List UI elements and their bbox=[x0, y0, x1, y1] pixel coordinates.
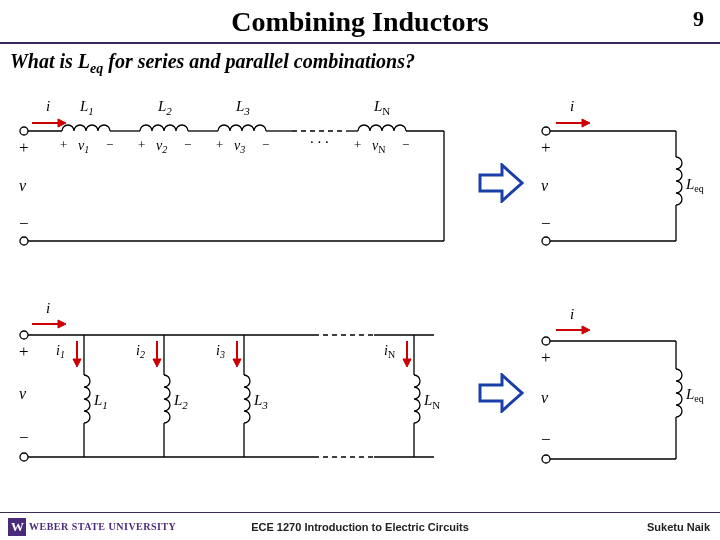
header: Combining Inductors 9 bbox=[0, 0, 720, 44]
svg-text:−: − bbox=[541, 214, 551, 233]
svg-text:−: − bbox=[184, 137, 191, 152]
svg-text:L3: L3 bbox=[253, 392, 268, 411]
series-equivalent: i Leq + v − bbox=[536, 91, 706, 261]
svg-text:−: − bbox=[262, 137, 269, 152]
svg-marker-37 bbox=[582, 119, 590, 127]
svg-text:L1: L1 bbox=[79, 98, 94, 117]
svg-text:LN: LN bbox=[373, 98, 390, 117]
svg-text:vN: vN bbox=[372, 138, 385, 155]
svg-marker-73 bbox=[233, 359, 241, 367]
svg-text:v: v bbox=[19, 385, 27, 402]
svg-point-42 bbox=[542, 237, 550, 245]
svg-marker-86 bbox=[480, 375, 522, 411]
svg-text:i: i bbox=[570, 98, 574, 114]
svg-point-47 bbox=[20, 331, 28, 339]
svg-point-29 bbox=[20, 237, 28, 245]
parallel-equivalent: i Leq + v − bbox=[536, 303, 706, 477]
svg-text:+: + bbox=[216, 137, 223, 152]
svg-text:v: v bbox=[19, 177, 27, 194]
series-circuit: i L1 + v1 − L2 + v2 − L3 + v3 − · · · bbox=[14, 91, 464, 261]
svg-text:+: + bbox=[60, 137, 67, 152]
label-i: i bbox=[46, 98, 50, 114]
svg-text:i2: i2 bbox=[136, 343, 145, 360]
course-name: ECE 1270 Introduction to Electric Circui… bbox=[251, 521, 469, 533]
svg-point-54 bbox=[20, 453, 28, 461]
svg-marker-90 bbox=[582, 326, 590, 334]
svg-text:L2: L2 bbox=[173, 392, 188, 411]
page-title: Combining Inductors bbox=[231, 6, 489, 38]
svg-text:L1: L1 bbox=[93, 392, 108, 411]
svg-point-95 bbox=[542, 455, 550, 463]
svg-text:−: − bbox=[402, 137, 409, 152]
svg-text:i: i bbox=[46, 300, 50, 316]
svg-text:+: + bbox=[354, 137, 361, 152]
svg-text:v2: v2 bbox=[156, 138, 167, 155]
svg-marker-79 bbox=[403, 359, 411, 367]
svg-text:Leq: Leq bbox=[685, 176, 704, 194]
logo-w-icon: W bbox=[8, 518, 26, 536]
svg-text:+: + bbox=[541, 138, 551, 157]
svg-text:LN: LN bbox=[423, 392, 440, 411]
svg-point-0 bbox=[20, 127, 28, 135]
svg-text:L2: L2 bbox=[157, 98, 172, 117]
svg-marker-33 bbox=[480, 165, 522, 201]
arrow-parallel bbox=[478, 373, 524, 413]
svg-text:i: i bbox=[570, 306, 574, 322]
author-name: Suketu Naik bbox=[647, 521, 710, 533]
svg-text:−: − bbox=[19, 428, 29, 447]
footer: W WEBER STATE UNIVERSITY ECE 1270 Introd… bbox=[0, 512, 720, 540]
parallel-circuit: i i1 L1 bbox=[14, 297, 464, 477]
svg-marker-52 bbox=[58, 320, 66, 328]
svg-text:v3: v3 bbox=[234, 138, 245, 155]
subtitle: What is Leq for series and parallel comb… bbox=[0, 44, 720, 77]
svg-text:−: − bbox=[106, 137, 113, 152]
svg-text:−: − bbox=[541, 430, 551, 449]
svg-text:i1: i1 bbox=[56, 343, 65, 360]
svg-text:v: v bbox=[541, 389, 549, 406]
subtitle-sub: eq bbox=[90, 61, 103, 76]
svg-text:L3: L3 bbox=[235, 98, 250, 117]
university-name: WEBER STATE UNIVERSITY bbox=[29, 521, 176, 532]
svg-point-34 bbox=[542, 127, 550, 135]
page-number: 9 bbox=[693, 6, 704, 32]
subtitle-suffix: for series and parallel combinations? bbox=[103, 50, 415, 72]
svg-text:v1: v1 bbox=[78, 138, 89, 155]
svg-text:+: + bbox=[19, 138, 29, 157]
svg-text:+: + bbox=[19, 342, 29, 361]
arrow-series bbox=[478, 163, 524, 203]
svg-marker-61 bbox=[73, 359, 81, 367]
svg-text:iN: iN bbox=[384, 343, 395, 360]
svg-text:−: − bbox=[19, 214, 29, 233]
svg-text:+: + bbox=[541, 348, 551, 367]
svg-text:i3: i3 bbox=[216, 343, 225, 360]
svg-text:+: + bbox=[138, 137, 145, 152]
svg-point-87 bbox=[542, 337, 550, 345]
svg-marker-67 bbox=[153, 359, 161, 367]
svg-text:· · ·: · · · bbox=[310, 134, 329, 150]
svg-text:v: v bbox=[541, 177, 549, 194]
figure-area: i L1 + v1 − L2 + v2 − L3 + v3 − · · · bbox=[0, 77, 720, 497]
svg-text:Leq: Leq bbox=[685, 386, 704, 404]
subtitle-prefix: What is L bbox=[10, 50, 90, 72]
university-logo: W WEBER STATE UNIVERSITY bbox=[8, 518, 176, 536]
